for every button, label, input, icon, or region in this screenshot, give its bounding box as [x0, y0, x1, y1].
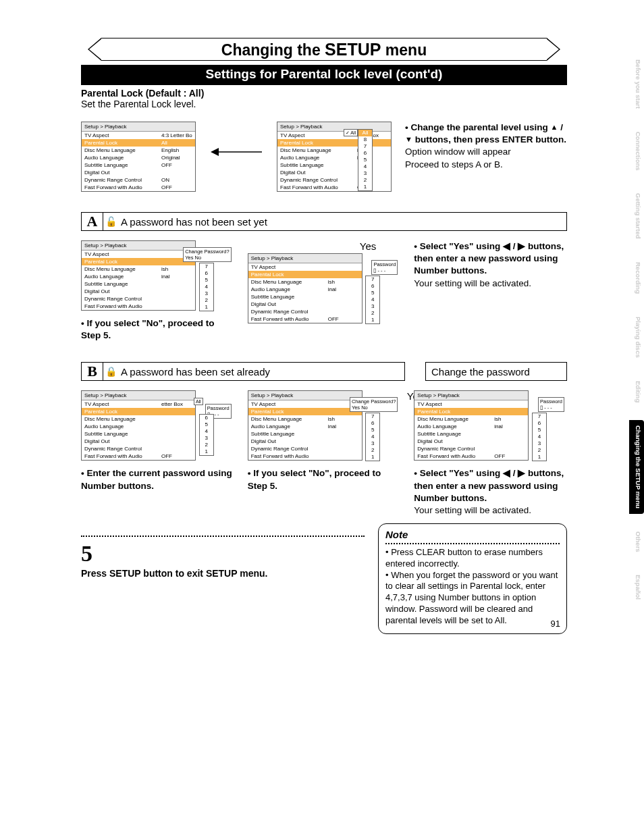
change-password-popup: Change Password? Yes No [183, 247, 231, 262]
tab-connections[interactable]: Connections [629, 126, 644, 176]
breadcrumb: Setup > Playback [82, 122, 195, 132]
section-b-row: Setup > Playback TV Aspectetter Box Pare… [81, 390, 567, 517]
level-dropdown-b2: 7 6 5 4 3 2 1 [365, 413, 380, 461]
section-a-label: A password has not been set yet [118, 213, 566, 230]
section-b-bar: B 🔒 A password has been set already [81, 362, 405, 381]
section-a-no-bullet: • If you select "No", proceed to Step 5. [81, 317, 234, 342]
change-password-heading: Change the password [425, 362, 567, 381]
tab-getting-started[interactable]: Getting started [629, 188, 644, 244]
screenshot-b-3: Setup > Playback TV Aspect Parental Lock… [414, 390, 529, 461]
b-bullet-1: • Enter the current password using Numbe… [81, 467, 234, 492]
tab-editing[interactable]: Editing [629, 375, 644, 408]
step-5-text: Press SETUP button to exit SETUP menu. [81, 568, 365, 579]
note-title: Note [385, 528, 560, 542]
tab-others[interactable]: Others [629, 526, 644, 558]
level-dropdown-a2: 7 6 5 4 3 2 1 [365, 276, 380, 324]
divider [81, 536, 365, 537]
intro-block: Parental Lock (Default : All) Set the Pa… [81, 88, 567, 109]
section-a-bar: A 🔓 A password has not been set yet [81, 212, 567, 231]
note-item-1: • Press CLEAR button to erase numbers en… [385, 547, 560, 570]
section-a-instruction: • Select "Yes" using ◀ / ▶ buttons, then… [414, 240, 567, 290]
yes-label-a: Yes [248, 240, 401, 252]
password-popup-b3: Password ▯ - - - [538, 397, 564, 412]
b-bullet-2: • If you select "No", proceed to Step 5. [248, 467, 401, 492]
section-a-row: Setup > Playback TV Aspect Parental Lock… [81, 240, 567, 342]
screenshot-b-2: Setup > Playback TV Aspect Parental Lock… [248, 390, 363, 461]
screenshot-a-2: Setup > Playback TV Aspect Parental Lock… [248, 253, 363, 323]
section-b-letter: B [82, 363, 103, 380]
intro-heading: Parental Lock (Default : All) [81, 88, 567, 99]
section-a-letter: A [82, 213, 103, 230]
bottom-row: 5 Press SETUP button to exit SETUP menu.… [81, 523, 567, 634]
screenshot-playback-2: Setup > Playback TV Aspectetter Box Pare… [277, 122, 392, 192]
side-tabs: Before you start Connections Getting sta… [629, 54, 644, 605]
change-password-popup-b: Change Password? Yes No [350, 397, 398, 412]
row-top-screens: Setup > Playback TV Aspect4:3 Letter Box… [81, 122, 567, 192]
note-box: Note • Press CLEAR button to erase numbe… [378, 523, 567, 634]
unlock-icon: 🔓 [103, 213, 118, 230]
page-number: 91 [551, 619, 560, 629]
level-dropdown: All 8 7 6 5 4 3 2 1 [358, 129, 373, 191]
intro-body: Set the Parental Lock level. [81, 99, 567, 109]
page-title: Changing the SETUP menu [221, 40, 427, 59]
screenshot-playback-1: Setup > Playback TV Aspect4:3 Letter Box… [81, 122, 196, 192]
tab-changing-setup-menu[interactable]: Changing the SETUP menu [629, 420, 644, 514]
level-dropdown-b1: 6 5 4 3 2 1 [199, 414, 214, 456]
level-dropdown-b3: 7 6 5 4 3 2 1 [532, 413, 547, 461]
tab-recording[interactable]: Recording [629, 257, 644, 299]
tab-playing-discs[interactable]: Playing discs [629, 311, 644, 363]
tab-espanol[interactable]: Español [629, 569, 644, 605]
left-arrow-icon [209, 122, 263, 182]
section-b-label: A password has been set already [118, 363, 404, 380]
lock-icon: 🔒 [103, 363, 118, 380]
all-label-b1: All [194, 398, 203, 405]
breadcrumb: Setup > Playback [277, 122, 391, 132]
tab-before-you-start[interactable]: Before you start [629, 54, 644, 114]
page-title-ribbon: Changing the SETUP menu [81, 34, 567, 65]
screenshot-b-1: Setup > Playback TV Aspectetter Box Pare… [81, 390, 196, 461]
screenshot-a-1: Setup > Playback TV Aspect Parental Lock… [81, 240, 196, 311]
step-5-number: 5 [81, 541, 365, 567]
password-popup-a: Password ▯ - - - [371, 260, 398, 275]
top-instruction: • Change the parental level using ▲ / ▼ … [405, 122, 567, 171]
page-content: Changing the SETUP menu Settings for Par… [81, 34, 567, 634]
all-tick-label: ✓ All [344, 129, 358, 136]
note-item-2: • When you forget the password or you wa… [385, 570, 560, 627]
level-dropdown-a1: 7 6 5 4 3 2 1 [199, 263, 214, 311]
page-subtitle: Settings for Parental lock level (cont'd… [81, 65, 567, 85]
svg-marker-1 [211, 148, 219, 156]
b-bullet-3: • Select "Yes" using ◀ / ▶ buttons, then… [414, 467, 567, 517]
